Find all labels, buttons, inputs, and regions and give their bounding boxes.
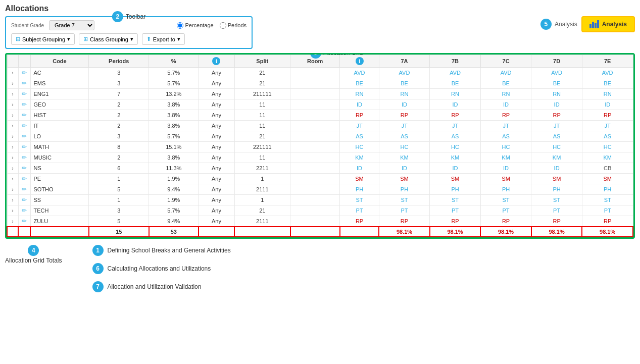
7e-cell: RP [582,216,633,227]
expand-button[interactable]: › [12,208,13,214]
edit-cell: ✏ [18,152,30,163]
info-icon-1[interactable]: i [212,57,220,65]
expand-button[interactable]: › [12,155,13,161]
edit-button[interactable]: ✏ [22,69,27,76]
edit-button[interactable]: ✏ [22,101,27,108]
grid-label: Allocation Grid [324,53,363,57]
edit-button[interactable]: ✏ [22,122,27,129]
subject-grouping-button[interactable]: ⊞ Subject Grouping ▾ [11,33,75,45]
expand-button[interactable]: › [12,81,13,86]
export-button[interactable]: ⬆ Export to ▾ [142,33,185,45]
pct-cell: 5.7% [149,78,199,89]
percentage-radio[interactable]: Percentage [177,22,213,29]
7c-cell: PH [480,184,531,195]
7c-cell: HC [480,142,531,152]
periods-cell: 3 [89,68,149,78]
expand-button[interactable]: › [12,134,13,139]
periods-cell: 8 [89,142,149,152]
split-cell: 11 [234,110,290,121]
class-grouping-button[interactable]: ⊞ Class Grouping ▾ [79,33,138,45]
edit-button[interactable]: ✏ [22,218,27,225]
7e-cell: RN [582,89,633,99]
expand-button[interactable]: › [12,102,13,108]
edit-button[interactable]: ✏ [22,143,27,150]
7c-cell: KM [480,152,531,163]
bottom-section: 4 Allocation Grid Totals 1 Defining Scho… [5,245,635,292]
expand-cell: › [7,121,18,131]
7a-cell: JT [379,121,430,131]
code-cell: SS [30,195,89,205]
room-cell [290,89,340,99]
expand-button[interactable]: › [12,144,13,150]
expand-cell: › [7,110,18,121]
expand-button[interactable]: › [12,176,13,182]
edit-button[interactable]: ✏ [22,196,27,203]
edit-button[interactable]: ✏ [22,80,27,87]
code-cell: EMS [30,78,89,89]
col7-cell: AS [340,131,379,142]
edit-button[interactable]: ✏ [22,186,27,193]
room-cell [290,142,340,152]
edit-button[interactable]: ✏ [22,112,27,119]
7e-cell: CB [582,163,633,174]
edit-button[interactable]: ✏ [22,133,27,140]
callout-text: Defining School Breaks and General Activ… [108,247,231,254]
analysis-button[interactable]: Analysis [581,16,635,32]
totals-blank-2 [18,227,30,237]
periods-cell: 2 [89,152,149,163]
7a-cell: RP [379,110,430,121]
col7-cell: BE [340,78,379,89]
expand-cell: › [7,195,18,205]
callouts-section: 1 Defining School Breaks and General Act… [92,245,231,292]
any-cell: Any [199,184,234,195]
room-cell [290,184,340,195]
periods-cell: 2 [89,121,149,131]
7b-cell: RP [430,110,481,121]
7a-cell: PT [379,205,430,216]
pct-cell: 5.7% [149,205,199,216]
col7-cell: PT [340,205,379,216]
expand-button[interactable]: › [12,91,13,97]
allocation-table: Code Periods % i Split Room i 7A 7B 7C 7… [7,55,633,237]
7e-cell: JT [582,121,633,131]
bar-chart-icon [589,20,599,28]
7b-cell: BE [430,78,481,89]
edit-button[interactable]: ✏ [22,207,27,214]
expand-button[interactable]: › [12,219,13,224]
expand-button[interactable]: › [12,113,13,118]
7e-cell: ST [582,195,633,205]
edit-button[interactable]: ✏ [22,165,27,172]
expand-button[interactable]: › [12,197,13,203]
periods-cell: 2 [89,99,149,110]
edit-button[interactable]: ✏ [22,90,27,97]
split-cell: 1 [234,174,290,184]
7a-cell: BE [379,78,430,89]
grade-select[interactable]: Grade 7 [49,20,94,30]
expand-button[interactable]: › [12,123,13,129]
col7-cell: AVD [340,68,379,78]
code-cell: ZULU [30,216,89,227]
table-row: › ✏ MUSIC 2 3.8% Any 11 KM KM KM KM KM K… [7,152,633,163]
edit-button[interactable]: ✏ [22,154,27,161]
edit-button[interactable]: ✏ [22,175,27,182]
edit-cell: ✏ [18,216,30,227]
room-cell [290,68,340,78]
th-7b: 7B [430,55,481,68]
7b-cell: RP [430,216,481,227]
7b-cell: PT [430,205,481,216]
totals-blank-5 [234,227,290,237]
totals-7a: 98.1% [379,227,430,237]
7a-cell: AS [379,131,430,142]
edit-cell: ✏ [18,163,30,174]
periods-radio[interactable]: Periods [220,22,247,29]
expand-button[interactable]: › [12,70,13,76]
table-row: › ✏ AC 3 5.7% Any 21 AVD AVD AVD AVD AVD… [7,68,633,78]
expand-cell: › [7,184,18,195]
toolbar-annotation: 2 Toolbar [112,11,145,22]
7b-cell: KM [430,152,481,163]
split-cell: 21 [234,78,290,89]
chevron-down-icon-3: ▾ [177,36,180,42]
periods-cell: 7 [89,89,149,99]
expand-button[interactable]: › [12,166,13,171]
expand-button[interactable]: › [12,187,13,192]
